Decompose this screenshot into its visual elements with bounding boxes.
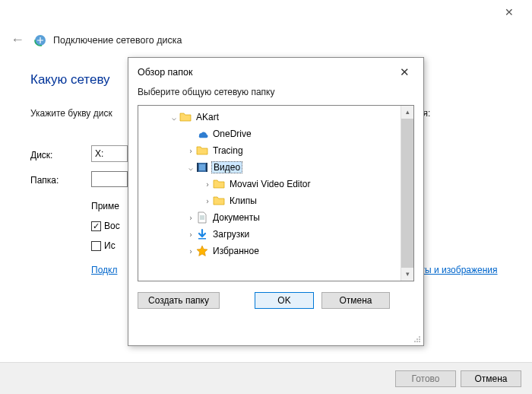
folder-icon bbox=[196, 145, 208, 157]
window-close-button[interactable]: ✕ bbox=[496, 3, 523, 21]
svg-rect-6 bbox=[416, 341, 418, 342]
other-credentials-checkbox[interactable]: Ис bbox=[91, 240, 116, 251]
tree-item-label: OneDrive bbox=[211, 129, 253, 139]
scroll-thumb[interactable] bbox=[401, 119, 413, 268]
page-heading: Какую сетеву bbox=[30, 72, 110, 87]
tree-item[interactable]: ›Документы bbox=[138, 209, 413, 226]
browse-folder-dialog: Обзор папок ✕ Выберите общую сетевую пап… bbox=[128, 57, 424, 346]
ok-button[interactable]: OK bbox=[255, 292, 314, 309]
tree-item-label: Movavi Video Editor bbox=[228, 179, 312, 189]
svg-rect-5 bbox=[414, 341, 416, 342]
svg-rect-4 bbox=[419, 338, 420, 340]
dialog-cancel-button[interactable]: Отмена bbox=[321, 292, 390, 309]
dialog-close-button[interactable]: ✕ bbox=[395, 65, 414, 79]
wizard-footer: Готово Отмена bbox=[0, 362, 532, 394]
folder-icon bbox=[213, 195, 225, 207]
instruction-text: Укажите букву диск bbox=[30, 108, 112, 119]
connect-website-link[interactable]: Подкл bbox=[91, 265, 117, 275]
dialog-button-row: Создать папку OK Отмена bbox=[128, 281, 423, 309]
tree-item[interactable]: ⌵AKart bbox=[138, 109, 413, 126]
checkbox-unchecked-icon bbox=[91, 241, 101, 251]
checkbox-checked-icon: ✓ bbox=[91, 221, 101, 231]
folder-tree: ⌵AKart·OneDrive›Tracing⌵Видео›Movavi Vid… bbox=[138, 105, 414, 281]
reconnect-checkbox[interactable]: ✓ Вос bbox=[91, 221, 120, 231]
chevron-right-icon[interactable]: › bbox=[202, 180, 213, 189]
finish-button[interactable]: Готово bbox=[395, 370, 456, 387]
download-icon bbox=[196, 228, 208, 240]
video-icon bbox=[196, 161, 208, 173]
tree-item-label: Клипы bbox=[228, 195, 258, 206]
svg-rect-2 bbox=[419, 336, 420, 338]
tree-item[interactable]: ›Movavi Video Editor bbox=[138, 176, 413, 192]
chevron-right-icon[interactable]: › bbox=[185, 247, 196, 256]
reconnect-label: Вос bbox=[104, 221, 120, 231]
tree-item-label: Загрузки bbox=[211, 229, 251, 240]
tree-item[interactable]: ›Загрузки bbox=[138, 226, 413, 243]
chevron-down-icon[interactable]: ⌵ bbox=[169, 113, 179, 122]
folder-icon bbox=[179, 111, 192, 123]
tree-item-label: Документы bbox=[211, 212, 261, 223]
dialog-instruction: Выберите общую сетевую папку bbox=[128, 82, 423, 105]
tree-item[interactable]: ›Избранное bbox=[138, 243, 413, 259]
wizard-title: Подключение сетевого диска bbox=[53, 35, 182, 46]
chevron-right-icon[interactable]: › bbox=[185, 214, 196, 222]
folder-icon bbox=[213, 178, 225, 190]
onedrive-icon bbox=[196, 128, 208, 140]
folder-label: Папка: bbox=[30, 175, 59, 186]
svg-rect-3 bbox=[416, 338, 418, 340]
tree-item-label: Избранное bbox=[211, 246, 261, 256]
disk-label: Диск: bbox=[30, 150, 52, 160]
example-label: Приме bbox=[91, 201, 119, 211]
scroll-up-icon[interactable]: ▴ bbox=[401, 106, 413, 119]
chevron-down-icon[interactable]: ⌵ bbox=[185, 164, 196, 172]
tree-item-label: Tracing bbox=[211, 145, 245, 156]
chevron-right-icon[interactable]: › bbox=[185, 147, 196, 155]
cancel-button[interactable]: Отмена bbox=[461, 370, 521, 387]
chevron-right-icon[interactable]: › bbox=[202, 197, 213, 205]
dialog-titlebar: Обзор папок ✕ bbox=[128, 58, 423, 82]
resize-grip-icon[interactable] bbox=[413, 335, 422, 344]
network-drive-icon bbox=[33, 33, 47, 47]
folder-input[interactable] bbox=[91, 171, 128, 187]
svg-rect-7 bbox=[419, 341, 420, 342]
chevron-right-icon[interactable]: › bbox=[185, 230, 196, 239]
tree-scrollbar[interactable]: ▴ ▾ bbox=[401, 106, 413, 281]
disk-select[interactable]: X: bbox=[91, 145, 128, 162]
tree-item[interactable]: ›Tracing bbox=[138, 142, 413, 159]
star-icon bbox=[196, 245, 208, 257]
dialog-title: Обзор папок bbox=[138, 67, 193, 78]
back-arrow-icon[interactable]: ← bbox=[8, 30, 27, 49]
disk-value: X: bbox=[95, 148, 103, 159]
tree-item[interactable]: ·OneDrive bbox=[138, 126, 413, 142]
tree-item-label: Видео bbox=[211, 161, 242, 173]
tree-item[interactable]: ⌵Видео bbox=[138, 159, 413, 176]
scroll-down-icon[interactable]: ▾ bbox=[401, 268, 413, 281]
wizard-header: ← Подключение сетевого диска bbox=[8, 30, 182, 49]
tree-item-label: AKart bbox=[195, 112, 220, 122]
document-icon bbox=[196, 211, 208, 224]
other-credentials-label: Ис bbox=[104, 240, 116, 251]
new-folder-button[interactable]: Создать папку bbox=[138, 292, 220, 309]
tree-item[interactable]: ›Клипы bbox=[138, 192, 413, 209]
